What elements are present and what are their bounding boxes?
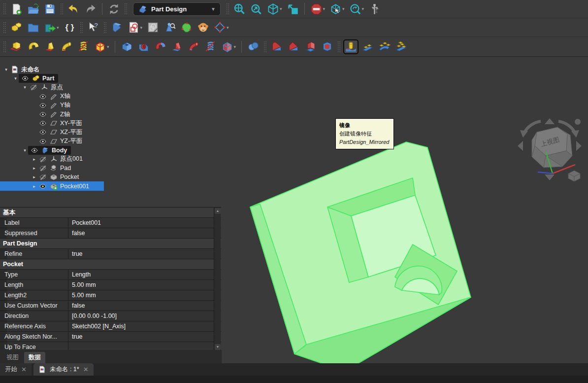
tree-item[interactable]: ▸Pocket — [0, 173, 222, 181]
property-row[interactable]: Up To Face — [0, 342, 221, 350]
scroll-down-icon[interactable]: ▼ — [215, 344, 221, 350]
zoom-fit-all-button[interactable] — [232, 1, 247, 16]
property-value[interactable]: true — [68, 332, 214, 342]
property-row[interactable]: Suppressedfalse — [0, 228, 221, 239]
scroll-up-icon[interactable]: ▲ — [215, 208, 221, 214]
expand-arrow-icon[interactable]: ▾ — [22, 85, 28, 90]
redo-button[interactable] — [83, 1, 98, 16]
workbench-selector[interactable]: Part Design▼ — [133, 2, 221, 16]
property-value[interactable]: Pocket001 — [68, 218, 214, 228]
navcube-arrow-up-icon[interactable] — [545, 118, 555, 124]
property-value[interactable]: 5.00 mm — [68, 280, 214, 290]
subtractive-primitive-button[interactable]: ▾ — [220, 39, 238, 54]
refresh-button[interactable] — [106, 1, 122, 16]
property-value[interactable]: true — [68, 249, 214, 259]
close-icon[interactable]: ✕ — [83, 366, 89, 373]
polar-pattern-button[interactable] — [377, 39, 392, 54]
navcube-arrow-left-icon[interactable] — [518, 141, 523, 151]
open-folder-button[interactable] — [26, 1, 41, 16]
create-part-button[interactable] — [9, 20, 24, 35]
additive-loft-button[interactable] — [42, 39, 58, 54]
eye-hidden-icon[interactable] — [39, 164, 47, 172]
tree-item[interactable]: ▾原点 — [0, 83, 222, 92]
expand-arrow-icon[interactable]: ▾ — [3, 67, 9, 72]
additive-helix-button[interactable] — [76, 39, 91, 54]
property-value[interactable]: Length — [68, 270, 214, 279]
property-value[interactable] — [68, 342, 214, 350]
pad-button[interactable] — [9, 39, 24, 54]
expand-arrow-icon[interactable]: ▾ — [12, 76, 19, 81]
chevron-down-icon[interactable]: ▾ — [342, 6, 345, 11]
chevron-down-icon[interactable]: ▾ — [227, 25, 229, 30]
chevron-down-icon[interactable]: ▾ — [107, 44, 109, 49]
chevron-down-icon[interactable]: ▾ — [57, 25, 59, 30]
whats-this-button[interactable]: ? — [86, 20, 101, 35]
boolean-button[interactable] — [246, 39, 261, 54]
eye-visible-icon[interactable] — [39, 138, 47, 145]
eye-visible-icon[interactable] — [21, 74, 29, 82]
subtractive-pipe-button[interactable] — [186, 39, 201, 54]
property-row[interactable]: Along Sketch Nor...true — [0, 332, 221, 342]
navcube-small-cube-icon[interactable] — [568, 171, 580, 181]
dock-tab[interactable]: 数据 — [24, 352, 45, 363]
measure-button[interactable] — [367, 1, 382, 16]
eye-visible-icon[interactable] — [31, 146, 38, 154]
tree-item[interactable]: ▾Body — [0, 146, 222, 155]
eye-hidden-icon[interactable] — [39, 155, 47, 163]
create-sketch-button[interactable]: ▾ — [126, 20, 144, 35]
model-part[interactable] — [250, 142, 471, 371]
document-tab[interactable]: 未命名 : 1*✕ — [33, 363, 94, 376]
tree-item[interactable]: ▸Pocket001 — [0, 181, 104, 190]
tree-item[interactable]: YZ-平面 — [0, 137, 222, 146]
chevron-down-icon[interactable]: ▼ — [211, 6, 216, 12]
chevron-down-icon[interactable]: ▾ — [323, 6, 326, 11]
navcube-arrow-down-icon[interactable] — [545, 174, 555, 180]
eye-hidden-icon[interactable] — [39, 173, 47, 181]
export-button[interactable]: ▾ — [42, 20, 61, 35]
property-row[interactable]: Length5.00 mm — [0, 280, 221, 290]
eye-visible-icon[interactable] — [39, 102, 47, 109]
document-tab[interactable]: 开始✕ — [0, 363, 32, 376]
groove-button[interactable] — [153, 39, 168, 54]
view-cube-select-button[interactable]: ▾ — [328, 1, 346, 16]
sync-view-button[interactable] — [285, 1, 300, 16]
property-value[interactable]: false — [68, 301, 214, 311]
navcube-menu-icon[interactable] — [575, 119, 581, 125]
draft-button[interactable] — [303, 39, 318, 54]
external-geometry-button[interactable]: ▾ — [212, 20, 230, 35]
property-row[interactable]: ▶Direction[0.00 0.00 -1.00] — [0, 311, 221, 321]
monkey-button[interactable] — [196, 20, 211, 35]
property-row[interactable]: TypeLength — [0, 270, 221, 280]
clipping-plane-button[interactable]: ▾ — [309, 1, 327, 16]
property-row[interactable]: Length25.00 mm — [0, 290, 221, 301]
expand-arrow-icon[interactable]: ▸ — [31, 174, 37, 179]
dock-tab[interactable]: 视图 — [2, 352, 23, 363]
eye-visible-icon[interactable] — [39, 93, 47, 101]
tree-item[interactable]: XZ-平面 — [0, 128, 222, 137]
subtractive-loft-button[interactable] — [169, 39, 185, 54]
revolution-button[interactable] — [26, 39, 41, 54]
property-value[interactable]: 5.00 mm — [68, 290, 214, 300]
save-button[interactable] — [42, 1, 58, 16]
zoom-tool-button[interactable]: ▾ — [348, 1, 366, 16]
validate-sketch-button[interactable] — [162, 20, 177, 35]
expand-arrow-icon[interactable]: ▾ — [22, 148, 28, 153]
group-folder-button[interactable] — [26, 20, 41, 35]
chamfer-button[interactable] — [286, 39, 301, 54]
tree-item[interactable]: ▾Part — [0, 74, 222, 83]
view-isometric-button[interactable]: ▾ — [265, 1, 284, 16]
chevron-down-icon[interactable]: ▾ — [234, 44, 236, 49]
chevron-down-icon[interactable]: ▾ — [280, 6, 282, 11]
hole-button[interactable] — [136, 39, 151, 54]
property-scrollbar[interactable]: ▲ ▼ — [214, 208, 221, 350]
property-value[interactable]: [0.00 0.00 -1.00] — [68, 311, 214, 321]
refine-shape-button[interactable] — [179, 20, 194, 35]
multitransform-button[interactable] — [393, 39, 409, 54]
new-document-button[interactable] — [9, 1, 24, 16]
eye-visible-icon[interactable] — [39, 182, 47, 190]
tree-item[interactable]: ▸Pad — [0, 164, 222, 173]
edit-sketch-button[interactable] — [145, 20, 161, 35]
property-row[interactable]: Reference AxisSketch002 [N_Axis] — [0, 321, 221, 332]
property-row[interactable]: Use Custom Vectorfalse — [0, 301, 221, 311]
eye-visible-icon[interactable] — [39, 128, 47, 136]
